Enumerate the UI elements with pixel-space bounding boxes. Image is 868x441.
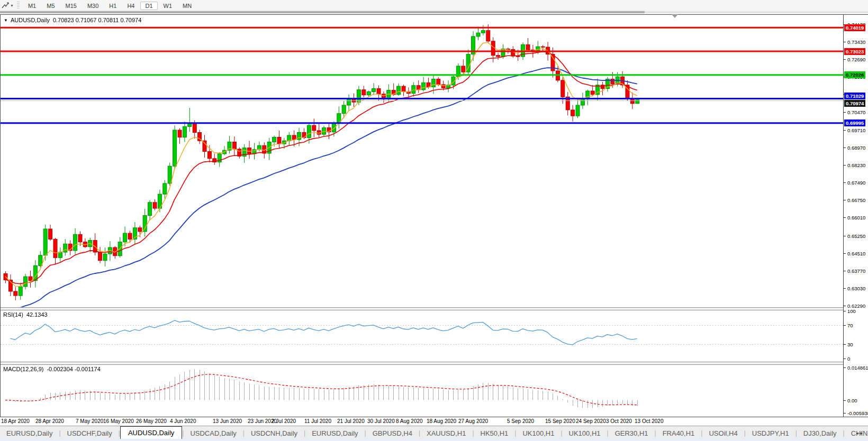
rsi-label: RSI(14)42.1343 [3,311,48,318]
date-label: 24 Sep 2020 [576,418,606,424]
rsi-indicator-value: 42.1343 [26,311,48,318]
price-axis-label: 0.72690 [847,56,865,62]
date-label: 30 Jul 2020 [367,418,395,424]
price-axis-label: 0.67490 [847,180,865,186]
date-label: 3 Oct 2020 [606,418,632,424]
price-axis-label: 0.00 [847,397,857,403]
axis-tick [844,288,846,289]
axis-tick [844,130,846,131]
scrollbar-thumb[interactable] [0,11,645,13]
price-line-tag: 0.72026 [844,71,865,78]
tab-usoil-h4[interactable]: USOil,H4 [702,428,744,439]
tab-usdchf-daily[interactable]: USDCHF,Daily [61,428,119,439]
price-axis-label: 0.66750 [847,197,865,203]
date-label: 11 Jul 2020 [304,418,331,424]
pane-splitter-rsi[interactable] [1,307,843,310]
chart-tab-bar: EURUSD,Daily|USDCHF,Daily|AUDUSD,Daily|U… [0,426,868,439]
price-axis-label: 0.73430 [847,39,865,44]
tab-uk100-h1[interactable]: UK100,H1 [516,428,560,439]
tab-xauusd-h1[interactable]: XAUUSD,H1 [420,428,472,439]
axis-tick [844,59,846,60]
chart-canvas[interactable] [1,15,843,417]
price-axis-label: 0.66010 [847,215,865,221]
date-label: 2 Jul 2020 [272,418,296,424]
price-axis-label: 0.63030 [847,286,865,291]
date-label: 27 Aug 2020 [458,418,488,424]
tab-hk50-h1[interactable]: HK50,H1 [474,428,515,439]
tab-audusd-daily[interactable]: AUDUSD,Daily [120,426,182,439]
price-line-tag: 0.73023 [844,48,865,55]
chart-window: ▼AUDUSD,Daily0.70823 0.71067 0.70811 0.7… [0,14,868,417]
axis-tick [844,112,846,113]
axis-tick [844,368,846,368]
timeframe-button-m5[interactable]: M5 [42,2,59,10]
axis-tick [844,413,846,414]
timeframe-button-m30[interactable]: M30 [83,2,103,10]
tab-scroll-arrows-icon[interactable]: ◂▸ [856,430,865,436]
date-label: 5 Sep 2020 [507,418,534,424]
price-axis-label: 0.014861 [847,364,868,370]
tab-fra40-h1[interactable]: FRA40,H1 [656,428,701,439]
tab-usdcnh-daily[interactable]: USDCNH,Daily [245,428,304,439]
timeframe-button-mn[interactable]: MN [178,2,196,10]
price-axis[interactable]: 0.741700.734300.726900.719500.712100.704… [843,15,868,417]
timeframe-button-w1[interactable]: W1 [159,2,177,10]
price-axis-label: 0.63770 [847,268,865,273]
price-axis-label: -0.005938 [847,410,868,416]
tab-usdjpy-h1[interactable]: USDJPY,H1 [746,428,795,439]
date-label: 26 May 2020 [136,418,167,424]
tool-dropdown-arrow-icon[interactable]: ▼ [10,4,14,7]
axis-tick [844,236,846,236]
macd-label: MACD(12,26,9)-0.002304 -0.001174 [3,366,101,372]
date-label: 18 Apr 2020 [1,418,30,424]
rsi-indicator-name: RSI(14) [3,311,23,318]
axis-tick [844,344,846,345]
timeframe-toolbar: ▼ M1M5M15M30H1H4D1W1MN [0,0,868,11]
timeframe-button-h4[interactable]: H4 [122,2,139,10]
timeframe-button-m1[interactable]: M1 [23,2,41,10]
timeframe-button-h1[interactable]: H1 [104,2,121,10]
tab-eurusd-daily[interactable]: EURUSD,Daily [305,428,364,439]
axis-tick [844,200,846,200]
date-label: 18 Aug 2020 [427,418,456,424]
price-axis-label: 0.70470 [847,109,865,115]
tab-gbpusd-h4[interactable]: GBPUSD,H4 [366,428,419,439]
price-axis-label: 0 [847,356,850,362]
timeframe-button-d1[interactable]: D1 [140,2,157,10]
trendline-tool-icon[interactable] [2,2,9,9]
toolbar-grip[interactable] [17,2,20,9]
tab-uk100-h1[interactable]: UK100,H1 [563,428,607,439]
date-label: 4 Jun 2020 [170,418,196,424]
symbol-period-label: AUDUSD,Daily [11,17,50,23]
tab-ger30-h1[interactable]: GER30,H1 [609,428,655,439]
price-axis-label: 0.64510 [847,250,865,256]
axis-tick [844,42,846,42]
axis-tick [844,217,846,218]
price-line-tag: 0.70974 [844,100,865,107]
price-axis-label: 70 [847,323,853,328]
chart-horizontal-scrollbar[interactable] [0,11,868,14]
collapse-pane-icon[interactable]: ▼ [4,18,8,23]
date-label: 8 Aug 2020 [396,418,423,424]
axis-tick [844,271,846,271]
date-label: 13 Oct 2020 [635,418,663,424]
price-axis-label: 0.65250 [847,233,865,238]
timeframe-button-m15[interactable]: M15 [61,2,82,10]
tab-dj30-daily[interactable]: DJ30,Daily [797,428,843,439]
mt4-application: ▼ M1M5M15M30H1H4D1W1MN ▼AUDUSD,Daily0.70… [0,0,868,441]
chart-shift-marker-icon[interactable] [672,14,678,18]
bottom-strip [0,439,868,441]
tab-usdcad-daily[interactable]: USDCAD,Daily [184,428,242,439]
date-axis[interactable]: 18 Apr 202028 Apr 20207 May 202016 May 2… [0,418,868,426]
axis-tick [844,400,846,401]
price-line-tag: 0.74019 [844,24,865,31]
tab-eurusd-daily[interactable]: EURUSD,Daily [0,428,59,439]
date-label: 16 May 2020 [103,418,134,424]
date-label: 15 Sep 2020 [545,418,575,424]
axis-tick [844,306,846,306]
pane-splitter-macd[interactable] [1,362,843,365]
chart-title: ▼AUDUSD,Daily0.70823 0.71067 0.70811 0.7… [4,17,141,23]
axis-tick [844,148,846,148]
price-line-tag: 0.71029 [844,93,865,99]
axis-tick [844,182,846,183]
